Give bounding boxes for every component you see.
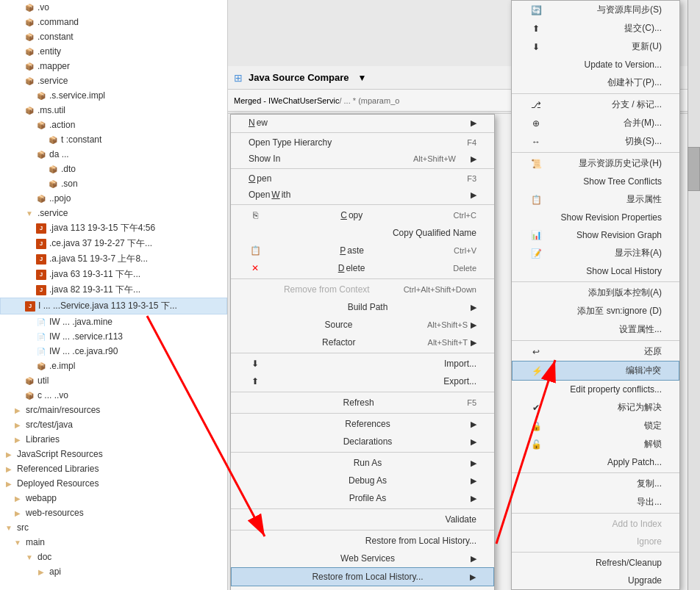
menu-item-create-patch[interactable]: 创建补丁(P)... xyxy=(512,73,679,92)
menu-item-lock[interactable]: 🔒 锁定 xyxy=(512,417,679,435)
menu-item-show-props[interactable]: 📋 显示属性 xyxy=(512,190,679,209)
tree-item[interactable]: ▶ JavaScript Resources xyxy=(0,447,227,461)
menu-item-ignore[interactable]: Ignore xyxy=(512,533,679,550)
tree-item[interactable]: 📦 c ... ..vo xyxy=(0,388,227,403)
menu-item-compare-with[interactable]: Compare With ▶ xyxy=(231,586,494,590)
tree-item[interactable]: 📦 .mapper xyxy=(0,59,227,73)
menu-item-source[interactable]: Source Alt+Shift+S▶ xyxy=(231,316,494,334)
tree-item[interactable]: 📄 IW ... .ce.java.r90 xyxy=(0,344,227,359)
menu-item-show-rev-props[interactable]: Show Revision Properties xyxy=(512,209,679,226)
menu-item-copy-cn[interactable]: 复制... xyxy=(512,475,679,493)
menu-item-copy[interactable]: ⎘ Copy Ctrl+C xyxy=(231,206,494,224)
tree-item[interactable]: ▶ Referenced Libraries xyxy=(0,461,227,476)
menu-item-mark-resolved[interactable]: ✔ 标记为解决 xyxy=(512,398,679,417)
menu-item-profile-as[interactable]: Profile As ▶ xyxy=(231,489,494,507)
menu-item-open[interactable]: Open F3 xyxy=(231,170,494,187)
menu-item-refresh[interactable]: Refresh F5 xyxy=(231,394,494,411)
tree-item[interactable]: 📦 t :constant xyxy=(0,132,227,147)
tree-item[interactable]: ▼ src xyxy=(0,520,227,535)
tree-item[interactable]: ▶ Libraries xyxy=(0,432,227,447)
menu-item-delete[interactable]: ✕ Delete Delete xyxy=(231,259,494,277)
tree-item[interactable]: 📦 .son xyxy=(0,176,227,191)
menu-item-show-tree[interactable]: Show Tree Conflicts xyxy=(512,173,679,190)
menu-item-web-services[interactable]: Web Services ▶ xyxy=(231,550,494,567)
menu-item-merge[interactable]: ⊕ 合并(M)... xyxy=(512,114,679,132)
tree-item[interactable]: 📦 da ... xyxy=(0,147,227,162)
menu-item-set-props[interactable]: 设置属性... xyxy=(512,320,679,339)
menu-item-sync[interactable]: 🔄 与资源库同步(S) xyxy=(512,1,679,19)
menu-item-restore-local[interactable]: Restore from Local History... xyxy=(231,532,494,550)
tree-item[interactable]: 📦 .command xyxy=(0,15,227,29)
menu-item-apply-patch[interactable]: Apply Patch... xyxy=(512,453,679,471)
menu-item-validate[interactable]: Validate xyxy=(231,511,494,528)
menu-item-show-annotation[interactable]: 📝 显示注释(A) xyxy=(512,244,679,262)
menu-item-show-in[interactable]: Show In Alt+Shift+W▶ xyxy=(231,151,494,167)
menu-item-remove-context[interactable]: Remove from Context Ctrl+Alt+Shift+Down xyxy=(231,281,494,298)
menu-item-unlock[interactable]: 🔓 解锁 xyxy=(512,435,679,453)
tree-item[interactable]: J .java 113 19-3-15 下午4:56 xyxy=(0,220,227,236)
tree-item[interactable]: 📦 .service xyxy=(0,73,227,88)
tree-item[interactable]: 📦 ..pojo xyxy=(0,191,227,206)
menu-item-add-index[interactable]: Add to Index xyxy=(512,515,679,533)
menu-item-commit[interactable]: ⬆ 提交(C)... xyxy=(512,19,679,37)
selected-tree-item[interactable]: J I ... ...Service.java 113 19-3-15 下... xyxy=(0,298,227,314)
tree-item[interactable]: J .a.java 51 19-3-7 上午8... xyxy=(0,251,227,267)
tree-item[interactable]: ▶ web-resources xyxy=(0,506,227,520)
tree-item[interactable]: 📄 IW ... .service.r113 xyxy=(0,329,227,344)
menu-item-revert[interactable]: ↩ 还原 xyxy=(512,342,679,361)
tree-item[interactable]: ▶ Deployed Resources xyxy=(0,476,227,491)
menu-item-edit-conflict[interactable]: ⚡ 编辑冲突 xyxy=(512,361,679,381)
dropdown-icon[interactable]: ▼ xyxy=(358,73,367,83)
menu-item-upgrade[interactable]: Upgrade xyxy=(512,572,679,589)
menu-separator xyxy=(231,530,494,530)
menu-item-export-cn[interactable]: 导出... xyxy=(512,493,679,511)
menu-item-branch-tag[interactable]: ⎇ 分支 / 标记... xyxy=(512,96,679,114)
menu-item-show-local[interactable]: Show Local History xyxy=(512,262,679,280)
tree-item[interactable]: ▶ src/main/resources xyxy=(0,403,227,417)
menu-item-export[interactable]: ⬆ Export... xyxy=(231,373,494,390)
tree-item[interactable]: 📦 .vo xyxy=(0,0,227,15)
tree-item[interactable]: ▼ main xyxy=(0,535,227,550)
tree-item[interactable]: ▼ .service xyxy=(0,206,227,220)
menu-item-open-type[interactable]: Open Type Hierarchy F4 xyxy=(231,134,494,151)
scroll-thumb[interactable] xyxy=(688,147,700,191)
menu-item-copy-qualified[interactable]: Copy Qualified Name xyxy=(231,224,494,242)
right-scrollbar[interactable] xyxy=(688,0,700,590)
menu-item-references[interactable]: References ▶ xyxy=(231,415,494,433)
menu-item-import[interactable]: ⬇ Import... xyxy=(231,355,494,373)
tree-item[interactable]: 📦 .s.service.impl xyxy=(0,88,227,103)
menu-item-update-version[interactable]: Update to Version... xyxy=(512,56,679,73)
menu-item-team[interactable]: Restore from Local History... ▶ xyxy=(231,567,494,586)
menu-item-show-history[interactable]: 📜 显示资源历史记录(H) xyxy=(512,154,679,173)
menu-item-edit-prop-conflicts[interactable]: Edit property conflicts... xyxy=(512,381,679,398)
menu-item-declarations[interactable]: Declarations ▶ xyxy=(231,433,494,450)
tree-item[interactable]: ▶ webapp xyxy=(0,491,227,506)
menu-item-add-ignore[interactable]: 添加至 svn:ignore (D) xyxy=(512,302,679,320)
tree-item[interactable]: 📦 .e.impl xyxy=(0,359,227,373)
tree-item[interactable]: J .ce.java 37 19-2-27 下午... xyxy=(0,236,227,251)
menu-item-build-path[interactable]: Build Path ▶ xyxy=(231,298,494,316)
tree-item[interactable]: 📦 util xyxy=(0,373,227,388)
tree-item[interactable]: 📦 .dto xyxy=(0,162,227,176)
menu-item-paste[interactable]: 📋 Paste Ctrl+V xyxy=(231,242,494,259)
tree-item[interactable]: ▼ doc xyxy=(0,550,227,564)
menu-item-add-vc[interactable]: 添加到版本控制(A) xyxy=(512,284,679,302)
menu-item-debug-as[interactable]: Debug As ▶ xyxy=(231,472,494,489)
tree-item[interactable]: ▶ src/test/java xyxy=(0,417,227,432)
menu-item-new[interactable]: New ▶ xyxy=(231,115,494,131)
tree-item[interactable]: J .java 63 19-3-11 下午... xyxy=(0,267,227,282)
tree-item[interactable]: 📦 .entity xyxy=(0,44,227,59)
tree-item[interactable]: 📦 .constant xyxy=(0,29,227,44)
menu-item-show-rev-graph[interactable]: 📊 Show Revision Graph xyxy=(512,226,679,244)
tree-item[interactable]: J .java 82 19-3-11 下午... xyxy=(0,282,227,298)
tree-item[interactable]: 📄 IW ... .java.mine xyxy=(0,314,227,329)
tree-item[interactable]: 📦 .ms.util xyxy=(0,103,227,118)
menu-item-refresh-cleanup[interactable]: Refresh/Cleanup xyxy=(512,554,679,572)
menu-item-update[interactable]: ⬇ 更新(U) xyxy=(512,37,679,56)
menu-item-run-as[interactable]: Run As ▶ xyxy=(231,454,494,472)
menu-item-open-with[interactable]: Open With ▶ xyxy=(231,187,494,203)
tree-item[interactable]: ▶ api xyxy=(0,564,227,579)
tree-item[interactable]: 📦 .action xyxy=(0,118,227,132)
menu-item-switch[interactable]: ↔ 切换(S)... xyxy=(512,132,679,151)
menu-item-refactor[interactable]: Refactor Alt+Shift+T▶ xyxy=(231,334,494,351)
